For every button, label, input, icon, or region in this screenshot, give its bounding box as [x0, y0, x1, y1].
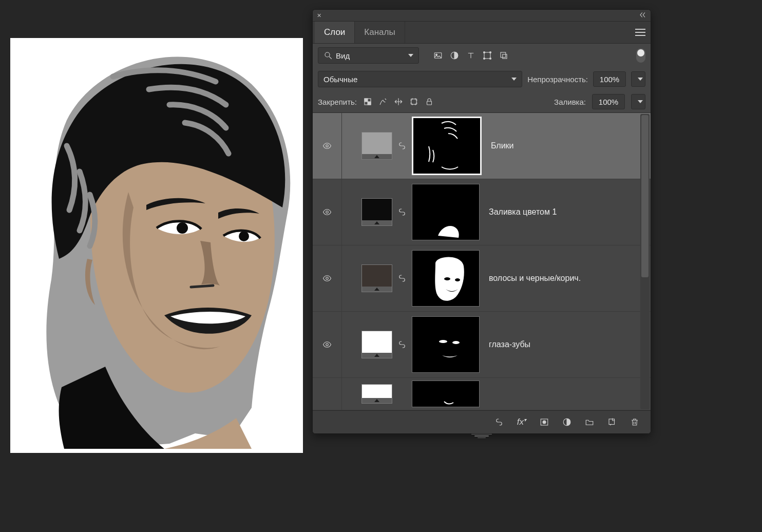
layer-row[interactable]: Блики [313, 113, 651, 179]
svg-rect-21 [427, 101, 432, 105]
svg-point-30 [326, 344, 329, 346]
svg-point-11 [484, 52, 485, 53]
svg-line-6 [329, 56, 332, 59]
svg-point-22 [326, 145, 329, 147]
filter-row: Вид [313, 44, 651, 67]
layer-mask-thumb[interactable] [412, 117, 482, 175]
layer-mask-thumb[interactable] [412, 381, 480, 407]
svg-point-5 [325, 52, 330, 57]
layer-name[interactable]: Заливка цветом 1 [489, 207, 557, 217]
adjustment-layer-icon[interactable] [562, 417, 572, 427]
svg-point-28 [444, 277, 450, 280]
visibility-toggle[interactable] [313, 378, 342, 410]
svg-rect-31 [412, 317, 479, 372]
svg-rect-10 [484, 52, 490, 59]
svg-point-13 [484, 58, 485, 60]
resize-grip[interactable] [468, 434, 496, 438]
filter-toggle[interactable] [636, 48, 645, 63]
opacity-value[interactable]: 100% [593, 71, 626, 87]
layer-fill-thumb[interactable] [361, 384, 392, 404]
visibility-toggle[interactable] [313, 179, 342, 245]
blend-row: Обычные Непрозрачность: 100% [313, 67, 651, 91]
svg-rect-15 [501, 52, 506, 58]
lock-all-icon[interactable] [425, 97, 434, 106]
mask-link-icon[interactable] [392, 274, 412, 283]
filter-type-icon[interactable] [466, 51, 475, 60]
layer-fill-thumb[interactable] [361, 331, 392, 358]
layer-mask-thumb[interactable] [412, 316, 480, 373]
lock-artboard-icon[interactable] [409, 97, 418, 106]
lock-position-icon[interactable] [394, 97, 403, 106]
svg-point-33 [452, 341, 460, 344]
blend-mode-value: Обычные [323, 75, 357, 84]
layer-row[interactable] [313, 378, 651, 410]
svg-point-1 [239, 231, 249, 241]
mask-link-icon[interactable] [392, 207, 412, 217]
svg-point-14 [490, 58, 491, 60]
svg-rect-20 [411, 99, 417, 105]
mask-link-icon[interactable] [392, 141, 412, 150]
collapse-icon[interactable] [637, 10, 646, 21]
layer-kind-label: Вид [336, 51, 350, 60]
opacity-label[interactable]: Непрозрачность: [527, 75, 588, 84]
filter-shape-icon[interactable] [483, 51, 492, 60]
svg-point-26 [326, 277, 329, 280]
svg-rect-19 [368, 102, 371, 105]
close-icon[interactable]: ✕ [317, 12, 321, 19]
layer-name[interactable]: Блики [491, 141, 514, 150]
layer-name[interactable]: глаза-зубы [489, 340, 530, 349]
layer-row[interactable]: глаза-зубы [313, 312, 651, 378]
svg-point-0 [177, 222, 188, 234]
filter-pixel-icon[interactable] [433, 51, 443, 60]
layers-scrollbar[interactable] [640, 114, 650, 409]
lock-transparent-icon[interactable] [363, 97, 372, 106]
svg-point-24 [326, 211, 329, 214]
lock-label: Закрепить: [318, 98, 357, 106]
panel-footer: fx▾ [313, 410, 651, 433]
svg-point-29 [455, 278, 460, 281]
filter-smartobject-icon[interactable] [499, 51, 508, 60]
new-group-icon[interactable] [585, 417, 594, 427]
layer-kind-select[interactable]: Вид [318, 47, 419, 64]
layers-list: Блики Заливка цветом 1 [313, 112, 651, 410]
fill-value[interactable]: 100% [592, 94, 625, 109]
layer-mask-thumb[interactable] [412, 184, 480, 240]
svg-rect-16 [503, 54, 507, 59]
document-canvas[interactable] [10, 38, 303, 453]
fill-label[interactable]: Заливка: [554, 98, 586, 106]
tab-layers[interactable]: Слои [315, 22, 355, 43]
layers-panel: ✕ Слои Каналы Вид [312, 9, 651, 434]
link-layers-icon[interactable] [494, 417, 504, 427]
visibility-toggle[interactable] [313, 245, 342, 311]
layer-fill-thumb[interactable] [361, 264, 392, 292]
svg-rect-38 [609, 419, 615, 425]
filter-adjustment-icon[interactable] [450, 51, 459, 60]
layer-name[interactable]: волосы и черные/корич. [489, 274, 581, 283]
filter-icons [433, 51, 508, 60]
new-layer-icon[interactable] [607, 417, 617, 427]
lock-row: Закрепить: Заливка: 100% [313, 91, 651, 112]
layer-fill-thumb[interactable] [361, 198, 392, 226]
svg-rect-18 [365, 99, 368, 102]
panel-menu-icon[interactable] [630, 29, 651, 36]
fill-stepper[interactable] [631, 94, 645, 109]
lock-image-icon[interactable] [378, 97, 388, 106]
blend-mode-select[interactable]: Обычные [318, 71, 522, 87]
panel-titlebar[interactable]: ✕ [313, 10, 651, 22]
svg-rect-23 [413, 118, 480, 174]
layer-row[interactable]: волосы и черные/корич. [313, 245, 651, 312]
tab-channels[interactable]: Каналы [355, 22, 405, 43]
svg-point-32 [439, 340, 447, 343]
mask-link-icon[interactable] [392, 340, 412, 349]
panel-tabs: Слои Каналы [313, 22, 651, 44]
svg-point-12 [490, 52, 491, 53]
visibility-toggle[interactable] [313, 113, 342, 179]
trash-icon[interactable] [630, 417, 639, 427]
layer-mask-thumb[interactable] [412, 250, 480, 307]
layer-fill-thumb[interactable] [361, 132, 392, 160]
add-mask-icon[interactable] [540, 417, 549, 427]
visibility-toggle[interactable] [313, 312, 342, 377]
layer-row[interactable]: Заливка цветом 1 [313, 179, 651, 245]
opacity-stepper[interactable] [631, 71, 645, 87]
fx-icon[interactable]: fx▾ [517, 417, 526, 427]
